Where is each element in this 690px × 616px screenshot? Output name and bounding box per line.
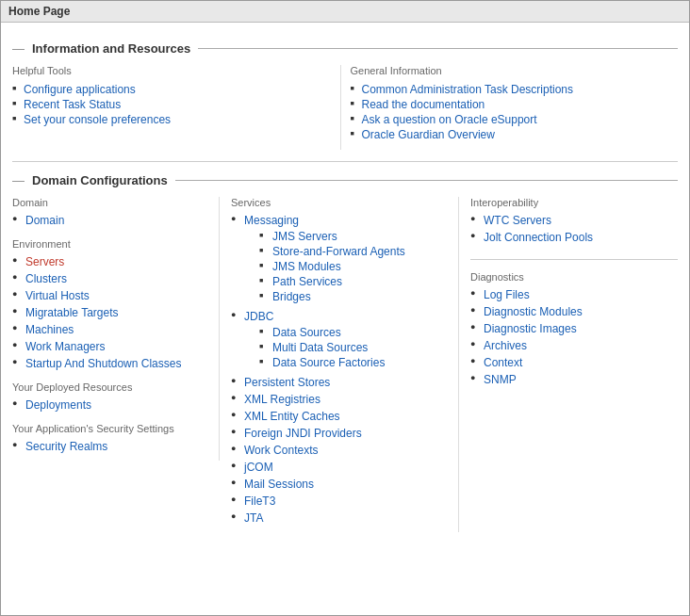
interop-section: Interoperability WTC Servers Jolt Connec… [470,197,678,246]
list-item: JMS Modules [259,259,447,274]
domain-section-header: — Domain Configurations [12,173,678,187]
list-item: Foreign JNDI Providers [231,425,447,442]
machines-link[interactable]: Machines [25,323,74,336]
security-label: Your Application's Security Settings [12,423,207,434]
security-list: Security Realms [12,438,207,455]
messaging-link[interactable]: Messaging [244,214,299,227]
services-col: Services Messaging JMS Servers Store-and… [231,197,459,532]
list-item: XML Entity Caches [231,408,447,425]
list-item: Work Contexts [231,442,447,459]
list-item: Startup And Shutdown Classes [12,355,207,372]
jms-modules-link[interactable]: JMS Modules [272,260,341,273]
bridges-link[interactable]: Bridges [272,290,311,303]
archives-link[interactable]: Archives [484,339,527,352]
list-item: Path Services [259,274,447,289]
info-section-title: Information and Resources [28,41,198,56]
interop-label: Interoperability [470,197,678,208]
deployments-link[interactable]: Deployments [25,398,91,412]
list-item: Read the documentation [351,97,669,112]
oracle-support-link[interactable]: Ask a question on Oracle eSupport [362,113,537,126]
header-line-2 [175,180,678,181]
wtc-servers-link[interactable]: WTC Servers [484,214,551,227]
services-list: Messaging JMS Servers Store-and-Forward … [231,212,447,527]
data-source-factories-link[interactable]: Data Source Factories [272,356,385,369]
list-item: Migratable Targets [12,304,207,321]
foreign-jndi-link[interactable]: Foreign JNDI Providers [244,427,362,440]
messaging-sublist: JMS Servers Store-and-Forward Agents JMS… [259,229,447,304]
list-item: Work Managers [12,338,207,355]
diagnostic-modules-link[interactable]: Diagnostic Modules [484,305,583,318]
mail-sessions-link[interactable]: Mail Sessions [244,478,314,491]
configure-apps-link[interactable]: Configure applications [24,83,136,96]
snmp-link[interactable]: SNMP [484,373,517,386]
list-item: jCOM [231,459,447,476]
dash-icon-2: — [12,173,28,187]
jdbc-link[interactable]: JDBC [244,310,273,323]
multi-data-sources-link[interactable]: Multi Data Sources [272,341,368,354]
list-item: JTA [231,510,447,527]
interop-divider [470,259,678,260]
title-bar: Home Page [1,1,689,23]
virtual-hosts-link[interactable]: Virtual Hosts [25,289,90,302]
diagnostic-images-link[interactable]: Diagnostic Images [484,322,577,335]
servers-link[interactable]: Servers [25,255,64,268]
list-item: XML Registries [231,391,447,408]
context-link[interactable]: Context [484,356,522,369]
list-item: Set your console preferences [12,112,331,127]
console-prefs-link[interactable]: Set your console preferences [24,113,171,126]
helpful-tools-list: Configure applications Recent Task Statu… [12,82,331,127]
interop-list: WTC Servers Jolt Connection Pools [470,212,678,246]
recent-task-link[interactable]: Recent Task Status [24,98,121,111]
list-item: Domain [12,212,207,229]
jolt-pools-link[interactable]: Jolt Connection Pools [484,231,593,244]
list-item: Data Sources [259,325,447,340]
list-item: Bridges [259,289,447,304]
list-item: Context [470,354,678,371]
list-item: Clusters [12,270,207,287]
list-item: Servers [12,253,207,270]
persistent-stores-link[interactable]: Persistent Stores [244,376,330,389]
admin-task-link[interactable]: Common Administration Task Descriptions [362,83,574,96]
deployed-label: Your Deployed Resources [12,381,207,393]
list-item: JMS Servers [259,229,447,244]
list-item: Recent Task Status [12,97,331,112]
jcom-link[interactable]: jCOM [244,461,273,474]
domain-label: Domain [12,197,207,208]
clusters-link[interactable]: Clusters [25,272,67,285]
list-item: Common Administration Task Descriptions [351,82,669,97]
store-forward-link[interactable]: Store-and-Forward Agents [272,245,405,258]
filet3-link[interactable]: FileT3 [244,494,275,508]
general-info-label: General Information [351,65,669,76]
migratable-link[interactable]: Migratable Targets [25,306,119,319]
list-item: SNMP [470,371,678,388]
jta-link[interactable]: JTA [244,511,263,525]
domain-link[interactable]: Domain [25,214,64,227]
list-item: Jolt Connection Pools [470,229,678,246]
list-item: Mail Sessions [231,476,447,493]
section-divider-1 [12,161,678,162]
services-label: Services [231,197,447,208]
list-item: Diagnostic Modules [470,303,678,320]
diagnostics-list: Log Files Diagnostic Modules Diagnostic … [470,286,678,388]
work-managers-link[interactable]: Work Managers [25,340,105,353]
helpful-tools-label: Helpful Tools [12,65,331,76]
general-info-col: General Information Common Administratio… [351,65,679,150]
xml-entity-caches-link[interactable]: XML Entity Caches [244,410,340,423]
security-realms-link[interactable]: Security Realms [25,440,107,453]
list-item: Archives [470,337,678,354]
list-item: Persistent Stores [231,374,447,391]
startup-shutdown-link[interactable]: Startup And Shutdown Classes [25,357,181,370]
work-contexts-link[interactable]: Work Contexts [244,444,318,457]
guardian-link[interactable]: Oracle Guardian Overview [362,128,495,141]
list-item: Multi Data Sources [259,340,447,355]
path-services-link[interactable]: Path Services [272,275,342,288]
data-sources-link[interactable]: Data Sources [272,326,341,339]
info-section-header: — Information and Resources [12,41,678,56]
list-item: Diagnostic Images [470,320,678,337]
log-files-link[interactable]: Log Files [484,288,530,301]
right-col: Interoperability WTC Servers Jolt Connec… [470,197,678,394]
list-item: Oracle Guardian Overview [351,127,669,142]
xml-registries-link[interactable]: XML Registries [244,393,320,406]
jms-servers-link[interactable]: JMS Servers [272,230,337,243]
read-docs-link[interactable]: Read the documentation [362,98,485,111]
